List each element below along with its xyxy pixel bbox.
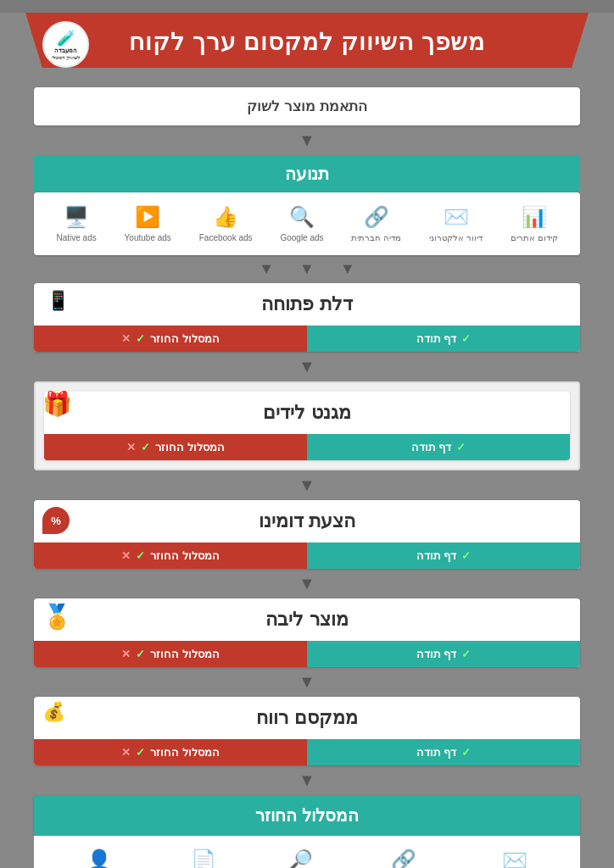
step4-title: מגנט לידים: [263, 402, 350, 424]
step7-section: ממקסם רווח 💰 ✓ דף תודה המסלול החוזר ✓ ✕: [34, 697, 580, 765]
step3-title: דלת פתוחה: [261, 293, 352, 315]
google-label: Google ads: [280, 233, 323, 242]
ret-club-icon: 👤: [87, 849, 112, 868]
step5-no-btn: המסלול החוזר ✓ ✕: [34, 542, 307, 569]
header-title: משפך השיווק למקסום ערך לקוח: [129, 29, 485, 55]
step5-title-area: הצעת דומינו %: [34, 500, 580, 542]
step6-check2: ✓: [136, 648, 145, 660]
youtube-icon: ▶️: [135, 205, 160, 229]
step4-buttons: ✓ דף תודה המסלול החוזר ✓ ✕: [44, 434, 570, 460]
retargeting-item-email: ✉️ דיוור אלקטרוני: [488, 849, 542, 868]
traffic-item-social: 🔗 מדיה חברתית: [351, 205, 401, 242]
header-banner: משפך השיווק למקסום ערך לקוח 🧪 המעבדה לשי…: [25, 13, 589, 68]
step3-no-label: המסלול החוזר: [150, 332, 220, 345]
step3-block: דלת פתוחה 📱 ✓ דף תודה המסלול החוזר ✓ ✕: [34, 283, 580, 352]
step5-check2: ✓: [136, 549, 145, 562]
ret-content-icon: 📄: [191, 849, 216, 868]
arrow-icon-2: ▼: [299, 260, 315, 278]
ret-remarketing-icon: 🔎: [287, 849, 313, 868]
facebook-label: Facebook ads: [199, 233, 253, 242]
step5-block: הצעת דומינו % ✓ דף תודה המסלול החוזר ✓ ✕: [34, 500, 580, 569]
multi-arrow: ▼ ▼ ▼: [259, 260, 354, 278]
step1-label: התאמת מוצר לשוק: [247, 98, 366, 114]
step7-title: ממקסם רווח: [256, 707, 357, 729]
traffic-item-google: 🔍 Google ads: [280, 205, 323, 242]
step6-x: ✕: [121, 648, 131, 660]
social-icon: 🔗: [364, 205, 389, 229]
retargeting-section: המסלול החוזר ✉️ דיוור אלקטרוני 🔗 מדיה חב…: [34, 795, 580, 868]
retargeting-item-club: 👤 מועדון לקוחות: [72, 849, 126, 868]
step4-block: מגנט לידים ✓ דף תודה המסלול החוזר ✓ ✕: [44, 392, 570, 460]
step3-check: ✓: [461, 332, 471, 345]
step7-check2: ✓: [136, 746, 145, 759]
step3-title-area: דלת פתוחה 📱: [34, 283, 580, 326]
step4-check: ✓: [456, 441, 466, 453]
step5-buttons: ✓ דף תודה המסלול החוזר ✓ ✕: [34, 542, 580, 569]
youtube-label: Youtube ads: [125, 233, 171, 242]
percent-badge: %: [42, 507, 70, 534]
arrow5: [299, 574, 315, 593]
step4-outer: 🎁 מגנט לידים ✓ דף תודה המסלול החוזר ✓ ✕: [34, 381, 580, 470]
logo-area: 🧪 המעבדה לשיווק דיגיטלי: [42, 21, 89, 68]
ret-social-icon: 🔗: [391, 849, 416, 868]
step6-block: מוצר ליבה 🏅 ✓ דף תודה המסלול החוזר ✓ ✕: [34, 598, 580, 667]
retargeting-icons-row: ✉️ דיוור אלקטרוני 🔗 מדיה חברתית 🔎 רימרקט…: [34, 836, 580, 868]
step3-check2: ✓: [136, 332, 145, 345]
arrow7: [299, 771, 315, 790]
logo-circle: 🧪 המעבדה לשיווק דיגיטלי: [42, 21, 89, 68]
social-label: מדיה חברתית: [351, 233, 401, 242]
step6-check: ✓: [461, 648, 471, 660]
native-icon: 🖥️: [64, 205, 89, 229]
traffic-item-email: ✉️ דיוור אלקטרוני: [429, 205, 483, 242]
mobile-search-icon: 📱: [47, 290, 70, 312]
email-label: דיוור אלקטרוני: [429, 233, 483, 242]
step7-title-area: ממקסם רווח 💰: [34, 697, 580, 739]
step5-section: הצעת דומינו % ✓ דף תודה המסלול החוזר ✓ ✕: [34, 500, 580, 569]
step3-section: דלת פתוחה 📱 ✓ דף תודה המסלול החוזר ✓ ✕: [34, 283, 580, 352]
seo-icon: 📊: [522, 205, 547, 229]
step3-yes-btn: ✓ דף תודה: [307, 326, 580, 352]
step5-yes-btn: ✓ דף תודה: [307, 542, 580, 569]
step5-yes-label: דף תודה: [416, 549, 457, 562]
step7-no-btn: המסלול החוזר ✓ ✕: [34, 739, 307, 765]
email-icon: ✉️: [444, 205, 469, 229]
step3-yes-label: דף תודה: [416, 332, 457, 345]
step6-title-area: מוצר ליבה 🏅: [34, 598, 580, 641]
step6-section: מוצר ליבה 🏅 ✓ דף תודה המסלול החוזר ✓ ✕: [34, 598, 580, 667]
step3-no-btn: המסלול החוזר ✓ ✕: [34, 326, 307, 352]
retargeting-title: המסלול החוזר: [255, 806, 359, 825]
traffic-item-facebook: 👍 Facebook ads: [199, 205, 253, 242]
arrow3: [299, 357, 315, 376]
step6-yes-label: דף תודה: [416, 648, 457, 660]
step7-buttons: ✓ דף תודה המסלול החוזר ✓ ✕: [34, 739, 580, 765]
logo-sub: לשיווק דיגיטלי: [52, 54, 80, 60]
step3-buttons: ✓ דף תודה המסלול החוזר ✓ ✕: [34, 326, 580, 352]
step3-x: ✕: [121, 332, 131, 345]
arrow6: [299, 672, 315, 692]
step7-x: ✕: [121, 746, 131, 759]
step4-title-area: מגנט לידים: [44, 392, 570, 434]
step1-box: התאמת מוצר לשוק: [34, 87, 580, 125]
step5-check: ✓: [461, 549, 471, 562]
arrow4: [299, 476, 315, 495]
step6-title: מוצר ליבה: [265, 609, 348, 631]
step2-box: תנועה: [34, 155, 580, 192]
step6-no-btn: המסלול החוזר ✓ ✕: [34, 641, 307, 667]
step4-check2: ✓: [141, 441, 150, 453]
traffic-item-youtube: ▶️ Youtube ads: [125, 205, 171, 242]
retargeting-item-content: 📄 שיווק תוכן: [186, 849, 222, 868]
traffic-sources-row: 📊 קידום אתרים ✉️ דיוור אלקטרוני 🔗 מדיה ח…: [34, 192, 580, 255]
step6-yes-btn: ✓ דף תודה: [307, 641, 580, 667]
page-wrapper: משפך השיווק למקסום ערך לקוח 🧪 המעבדה לשי…: [0, 13, 614, 868]
step2-label: תנועה: [285, 164, 329, 183]
ret-email-icon: ✉️: [502, 849, 527, 868]
step7-yes-btn: ✓ דף תודה: [307, 739, 580, 765]
retargeting-header: המסלול החוזר: [34, 795, 580, 836]
step7-no-label: המסלול החוזר: [150, 746, 220, 759]
step5-x: ✕: [121, 549, 131, 562]
step7-block: ממקסם רווח 💰 ✓ דף תודה המסלול החוזר ✓ ✕: [34, 697, 580, 765]
step6-buttons: ✓ דף תודה המסלול החוזר ✓ ✕: [34, 641, 580, 667]
arrow1: [299, 131, 315, 150]
step7-check: ✓: [461, 746, 471, 759]
arrow-icon-3: ▼: [259, 260, 274, 278]
